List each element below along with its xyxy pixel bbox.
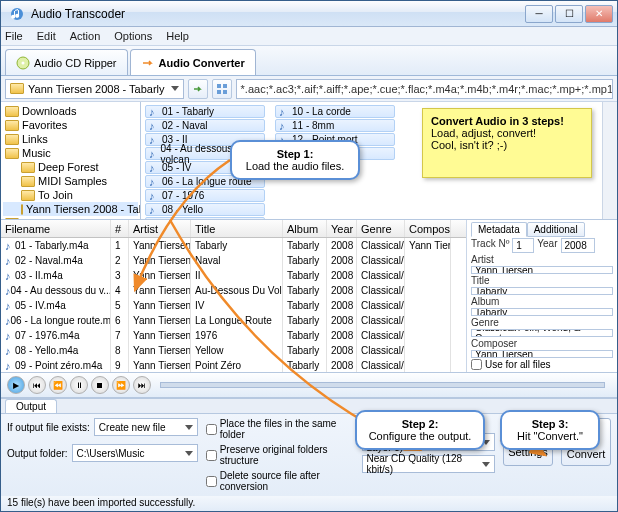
tab-cd-ripper-label: Audio CD Ripper	[34, 57, 117, 69]
menu-options[interactable]: Options	[114, 30, 152, 42]
col-filename[interactable]: Filename	[1, 220, 111, 237]
music-icon	[149, 148, 158, 160]
stop-button[interactable]: ⏹	[91, 376, 109, 394]
field-album[interactable]: Tabarly	[471, 308, 613, 316]
table-row[interactable]: 04 - Au dessous du v...4Yann TiersenAu-D…	[1, 283, 466, 298]
tab-audio-converter[interactable]: Audio Converter	[130, 49, 256, 75]
tree-deep-forest[interactable]: Deep Forest	[3, 160, 138, 174]
menu-help[interactable]: Help	[166, 30, 189, 42]
field-trackno[interactable]: 1	[512, 238, 534, 253]
file-browser[interactable]: 01 - Tabarly02 - Naval03 - II04 - Au des…	[141, 102, 602, 219]
label-if-exists: If output file exists:	[7, 422, 90, 433]
maximize-button[interactable]: ☐	[555, 5, 583, 23]
col-title[interactable]: Title	[191, 220, 283, 237]
next-button[interactable]: ⏭	[133, 376, 151, 394]
table-row[interactable]: 09 - Point zéro.m4a9Yann TiersenPoint Zé…	[1, 358, 466, 372]
tab-cd-ripper[interactable]: Audio CD Ripper	[5, 49, 128, 75]
file-item[interactable]: 02 - Naval	[145, 119, 265, 132]
window-title: Audio Transcoder	[31, 7, 525, 21]
tab-output[interactable]: Output	[5, 399, 57, 413]
minimize-button[interactable]: ─	[525, 5, 553, 23]
scrollbar[interactable]	[602, 102, 617, 219]
file-item[interactable]: 09 - Point zéro	[145, 217, 265, 219]
tree-mydocs[interactable]: My Documents	[3, 216, 138, 219]
grid-header: Filename # Artist Title Album Year Genre…	[1, 220, 466, 238]
tab-audio-converter-label: Audio Converter	[159, 57, 245, 69]
tree-downloads[interactable]: Downloads	[3, 104, 138, 118]
use-all-checkbox[interactable]: Use for all files	[471, 359, 613, 370]
chk-delete[interactable]: Delete source file after conversion	[206, 470, 354, 492]
table-row[interactable]: 08 - Yello.m4a8Yann TiersenYellowTabarly…	[1, 343, 466, 358]
tree-links[interactable]: Links	[3, 132, 138, 146]
folder-icon	[21, 190, 35, 201]
rewind-button[interactable]: ⏪	[49, 376, 67, 394]
menu-file[interactable]: File	[5, 30, 23, 42]
pathbar: Yann Tiersen 2008 - Tabarly *.aac;*.ac3;…	[1, 76, 617, 102]
col-album[interactable]: Album	[283, 220, 327, 237]
tab-metadata[interactable]: Metadata	[471, 222, 527, 237]
chk-preserve[interactable]: Preserve original folders structure	[206, 444, 354, 466]
file-item[interactable]: 08 - Yello	[145, 203, 265, 216]
seek-slider[interactable]	[160, 382, 605, 388]
play-button[interactable]: ▶	[7, 376, 25, 394]
tree-yann[interactable]: Yann Tiersen 2008 - Tabarly	[3, 202, 138, 216]
music-icon	[5, 255, 15, 267]
select-quality[interactable]: Near CD Quality (128 kbit/s)	[362, 455, 496, 473]
col-artist[interactable]: Artist	[129, 220, 191, 237]
convert-icon	[141, 56, 155, 70]
table-row[interactable]: 01 - Tabarly.m4a1Yann TiersenTabarlyTaba…	[1, 238, 466, 253]
file-item[interactable]: 07 - 1976	[145, 189, 265, 202]
tab-additional[interactable]: Additional	[527, 222, 585, 237]
music-icon	[149, 190, 159, 202]
field-genre[interactable]: Classical/Folk, World, & Countr	[471, 329, 613, 337]
callout-step3: Step 3:Hit "Convert."	[500, 410, 600, 450]
music-icon	[5, 345, 15, 357]
music-icon	[149, 162, 159, 174]
table-row[interactable]: 05 - IV.m4a5Yann TiersenIVTabarly2008Cla…	[1, 298, 466, 313]
menu-edit[interactable]: Edit	[37, 30, 56, 42]
folder-path-box[interactable]: Yann Tiersen 2008 - Tabarly	[5, 79, 184, 99]
col-genre[interactable]: Genre	[357, 220, 405, 237]
music-icon	[5, 360, 15, 372]
music-icon	[149, 218, 159, 220]
col-num[interactable]: #	[111, 220, 129, 237]
forward-button[interactable]: ⏩	[112, 376, 130, 394]
tree-tojoin[interactable]: To Join	[3, 188, 138, 202]
table-row[interactable]: 02 - Naval.m4a2Yann TiersenNavalTabarly2…	[1, 253, 466, 268]
file-item[interactable]: 10 - La corde	[275, 105, 395, 118]
tree-midi[interactable]: MIDI Samples	[3, 174, 138, 188]
field-year[interactable]: 2008	[561, 238, 595, 253]
sticky-note: Convert Audio in 3 steps! Load, adjust, …	[422, 108, 592, 178]
file-item[interactable]: 01 - Tabarly	[145, 105, 265, 118]
tree-favorites[interactable]: Favorites	[3, 118, 138, 132]
field-composer[interactable]: Yann Tiersen	[471, 350, 613, 358]
tree-music[interactable]: Music	[3, 146, 138, 160]
track-grid[interactable]: Filename # Artist Title Album Year Genre…	[1, 220, 467, 372]
prev-button[interactable]: ⏮	[28, 376, 46, 394]
table-row[interactable]: 03 - II.m4a3Yann TiersenIITabarly2008Cla…	[1, 268, 466, 283]
folder-tree[interactable]: Downloads Favorites Links Music Deep For…	[1, 102, 141, 219]
select-if-exists[interactable]: Create new file	[94, 418, 198, 436]
folder-icon	[21, 204, 23, 215]
close-button[interactable]: ✕	[585, 5, 613, 23]
filter-box[interactable]: *.aac;*.ac3;*.aif;*.aiff;*.ape;*.cue;*.f…	[236, 79, 613, 99]
file-item[interactable]: 11 - 8mm	[275, 119, 395, 132]
chevron-down-icon	[185, 451, 193, 456]
table-row[interactable]: 07 - 1976.m4a7Yann Tiersen1976Tabarly200…	[1, 328, 466, 343]
col-year[interactable]: Year	[327, 220, 357, 237]
chk-same-folder[interactable]: Place the files in the same folder	[206, 418, 354, 440]
menu-action[interactable]: Action	[70, 30, 101, 42]
metadata-pane: Metadata Additional Track Nº 1 Year 2008…	[467, 220, 617, 372]
col-composer[interactable]: Composer	[405, 220, 451, 237]
field-artist[interactable]: Yann Tiersen	[471, 266, 613, 274]
field-title[interactable]: Tabarly	[471, 287, 613, 295]
music-icon	[279, 106, 289, 118]
select-output-folder[interactable]: C:\Users\Music	[72, 444, 198, 462]
view-button[interactable]	[212, 79, 232, 99]
folder-path-text: Yann Tiersen 2008 - Tabarly	[28, 83, 165, 95]
table-row[interactable]: 06 - La longue route.m4a6Yann TiersenLa …	[1, 313, 466, 328]
app-icon	[9, 6, 25, 22]
go-button[interactable]	[188, 79, 208, 99]
pause-button[interactable]: ⏸	[70, 376, 88, 394]
mode-tabs: Audio CD Ripper Audio Converter	[1, 46, 617, 76]
